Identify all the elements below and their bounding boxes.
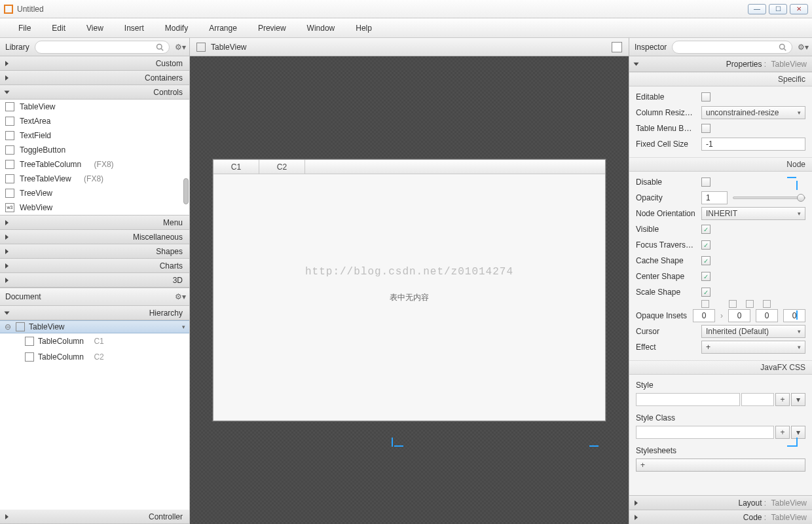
link-toggle[interactable]: [763, 300, 771, 308]
tree-root-tableview[interactable]: ⊖ TableView: [0, 320, 189, 333]
styleclass-input[interactable]: [636, 426, 774, 439]
library-section-charts[interactable]: Charts: [0, 259, 189, 273]
library-item-treeview[interactable]: TreeView: [0, 186, 189, 200]
link-toggle[interactable]: [701, 300, 709, 308]
library-section-3d[interactable]: 3D: [0, 273, 189, 288]
tableview-preview[interactable]: C1 C2 http://blog.csdn.net/z01014274 表中无…: [213, 159, 606, 421]
menu-modify[interactable]: Modify: [155, 20, 198, 37]
inspector-menu-icon[interactable]: ⚙▾: [798, 43, 807, 52]
table-header: C1 C2: [213, 160, 605, 174]
selection-handle[interactable]: [787, 177, 796, 178]
menu-arrange[interactable]: Arrange: [198, 20, 248, 37]
selection-handle[interactable]: [796, 438, 798, 447]
menu-insert[interactable]: Insert: [114, 20, 155, 37]
hierarchy-tree: ⊖ TableView TableColumn C1 TableColumn C…: [0, 320, 189, 510]
tableview-icon: [16, 322, 25, 331]
treetableview-icon: [5, 174, 14, 183]
prop-disable-checkbox[interactable]: [701, 178, 710, 187]
document-menu-icon[interactable]: ⚙▾: [175, 292, 184, 301]
prop-tablemenu-checkbox[interactable]: [701, 124, 710, 133]
minimize-button[interactable]: —: [748, 4, 766, 14]
inspector-code-header[interactable]: Code : TableView: [629, 510, 812, 524]
prop-visible-label: Visible: [636, 225, 696, 234]
library-header: Library ⚙▾: [0, 38, 189, 56]
breadcrumb[interactable]: TableView: [211, 43, 246, 52]
tablecolumn-icon: [25, 337, 34, 346]
link-toggle[interactable]: [729, 300, 737, 308]
column-c2[interactable]: C2: [259, 160, 305, 174]
tree-child-c1[interactable]: TableColumn C1: [0, 333, 189, 349]
prop-opacity-slider[interactable]: [733, 196, 805, 199]
selection-handle[interactable]: [796, 181, 798, 190]
library-item-togglebutton[interactable]: ToggleButton: [0, 143, 189, 157]
library-section-shapes[interactable]: Shapes: [0, 244, 189, 259]
left-panel: Library ⚙▾ Custom Containers Controls Ta…: [0, 38, 190, 524]
library-item-tableview[interactable]: TableView: [0, 100, 189, 114]
styleclass-menu-button[interactable]: ▾: [791, 426, 805, 439]
library-item-textfield[interactable]: TextField: [0, 128, 189, 143]
library-section-custom[interactable]: Custom: [0, 56, 189, 71]
opaque-left-input[interactable]: 0: [783, 309, 805, 322]
style-key-input[interactable]: [636, 393, 740, 406]
opaque-bottom-input[interactable]: 0: [756, 309, 778, 322]
library-item-webview[interactable]: w3WebView: [0, 200, 189, 215]
menu-view[interactable]: View: [76, 20, 114, 37]
menu-window[interactable]: Window: [297, 20, 346, 37]
style-value-input[interactable]: [741, 393, 774, 406]
stylesheets-add-button[interactable]: +: [636, 458, 805, 472]
menu-help[interactable]: Help: [345, 20, 382, 37]
library-search[interactable]: [35, 41, 170, 54]
close-button[interactable]: ✕: [790, 4, 808, 14]
style-menu-button[interactable]: ▾: [791, 393, 805, 406]
prop-scaleshape-checkbox[interactable]: ✓: [701, 288, 710, 297]
prop-opacity-input[interactable]: 1: [701, 191, 728, 204]
app-icon: [4, 5, 13, 14]
prop-focus-label: Focus Travers…: [636, 240, 696, 250]
inspector-title: Inspector: [635, 43, 667, 52]
column-c1[interactable]: C1: [213, 160, 259, 174]
library-item-treetablecolumn[interactable]: TreeTableColumn (FX8): [0, 157, 189, 172]
prop-visible-checkbox[interactable]: ✓: [701, 225, 710, 234]
prop-columnresize-select[interactable]: unconstrained-resize: [701, 106, 805, 119]
collapse-icon[interactable]: ⊖: [4, 322, 12, 331]
menu-file[interactable]: File: [8, 20, 41, 37]
selection-handle[interactable]: [589, 445, 599, 447]
styleclass-add-button[interactable]: +: [775, 426, 790, 439]
library-section-menu[interactable]: Menu: [0, 215, 189, 230]
maximize-button[interactable]: ☐: [769, 4, 787, 14]
library-item-treetableview[interactable]: TreeTableView (FX8): [0, 172, 189, 186]
selection-handle[interactable]: [796, 310, 798, 320]
prop-cacheshape-checkbox[interactable]: ✓: [701, 256, 710, 265]
prop-fixedcell-input[interactable]: -1: [701, 138, 805, 151]
library-section-controls[interactable]: Controls: [0, 85, 189, 100]
library-menu-icon[interactable]: ⚙▾: [175, 43, 184, 52]
inspector-layout-header[interactable]: Layout : TableView: [629, 495, 812, 510]
prop-cursor-select[interactable]: Inherited (Default): [701, 325, 805, 338]
design-canvas[interactable]: C1 C2 http://blog.csdn.net/z01014274 表中无…: [190, 56, 629, 524]
library-scrollbar[interactable]: [183, 178, 189, 204]
prop-focus-checkbox[interactable]: ✓: [701, 240, 710, 250]
selection-handle[interactable]: [392, 438, 393, 447]
style-add-button[interactable]: +: [775, 393, 790, 406]
menu-preview[interactable]: Preview: [248, 20, 297, 37]
menu-edit[interactable]: Edit: [41, 20, 76, 37]
library-item-textarea[interactable]: TextArea: [0, 114, 189, 128]
selection-handle[interactable]: [394, 445, 403, 447]
opaque-right-input[interactable]: 0: [728, 309, 750, 322]
tree-child-c2[interactable]: TableColumn C2: [0, 349, 189, 365]
library-section-misc[interactable]: Miscellaneous: [0, 230, 189, 244]
inspector-search[interactable]: [672, 41, 792, 54]
prop-orientation-select[interactable]: INHERIT: [701, 207, 805, 220]
selection-handle[interactable]: [787, 445, 796, 447]
prop-centershape-checkbox[interactable]: ✓: [701, 272, 710, 281]
link-toggle[interactable]: [746, 300, 754, 308]
inspector-properties-header[interactable]: Properties : TableView: [629, 56, 812, 72]
prop-editable-checkbox[interactable]: [701, 92, 710, 102]
opaque-top-input[interactable]: 0: [693, 309, 715, 322]
prop-effect-select[interactable]: +: [701, 341, 805, 354]
library-section-containers[interactable]: Containers: [0, 71, 189, 85]
document-section-controller[interactable]: Controller: [0, 510, 189, 524]
document-icon[interactable]: [612, 42, 622, 52]
svg-point-2: [780, 44, 785, 49]
document-section-hierarchy[interactable]: Hierarchy: [0, 306, 189, 320]
